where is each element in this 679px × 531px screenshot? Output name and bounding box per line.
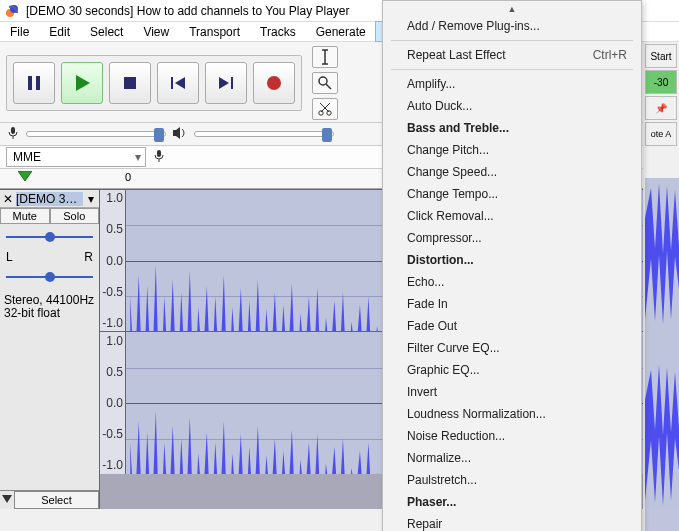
menu-item-repair[interactable]: Repair <box>383 513 641 531</box>
svg-marker-22 <box>18 171 32 181</box>
svg-rect-3 <box>36 76 40 90</box>
menu-item-filter-curve-eq[interactable]: Filter Curve EQ... <box>383 337 641 359</box>
menu-item-repeat-last-effect[interactable]: Repeat Last EffectCtrl+R <box>383 44 641 66</box>
menu-item-change-pitch[interactable]: Change Pitch... <box>383 139 641 161</box>
menu-item-echo[interactable]: Echo... <box>383 271 641 293</box>
menu-item-auto-duck[interactable]: Auto Duck... <box>383 95 641 117</box>
cut-tool-button[interactable] <box>312 98 338 120</box>
vertical-scale-right: 1.0 0.5 0.0 -0.5 -1.0 <box>100 332 126 474</box>
svg-point-11 <box>319 77 327 85</box>
menu-item-noise-reduction[interactable]: Noise Reduction... <box>383 425 641 447</box>
svg-point-10 <box>267 76 281 90</box>
svg-marker-8 <box>219 77 229 89</box>
mute-button[interactable]: Mute <box>0 208 50 224</box>
menu-item-change-speed[interactable]: Change Speed... <box>383 161 641 183</box>
svg-rect-20 <box>157 150 161 157</box>
svg-marker-4 <box>76 75 90 91</box>
menu-scroll-up[interactable]: ▲ <box>383 3 641 15</box>
track-menu-button[interactable]: ▾ <box>85 192 97 206</box>
right-waveform-peek <box>645 178 679 531</box>
menu-separator <box>391 40 633 41</box>
record-button[interactable] <box>253 62 295 104</box>
mic-device-icon <box>152 149 166 166</box>
svg-rect-2 <box>28 76 32 90</box>
svg-marker-7 <box>175 77 185 89</box>
right-start-label: Start <box>645 44 677 68</box>
svg-line-12 <box>326 84 331 89</box>
menu-view[interactable]: View <box>133 22 179 41</box>
svg-marker-23 <box>2 495 12 503</box>
timeline-zero-label: 0 <box>125 171 131 183</box>
stop-button[interactable] <box>109 62 151 104</box>
right-neg30-label: -30 <box>645 70 677 94</box>
recording-volume-slider[interactable] <box>26 131 166 137</box>
selection-tool-button[interactable] <box>312 46 338 68</box>
menu-item-distortion[interactable]: Distortion... <box>383 249 641 271</box>
right-ote-label: ote A <box>645 122 677 146</box>
skip-start-button[interactable] <box>157 62 199 104</box>
gain-slider[interactable] <box>6 228 93 246</box>
speaker-icon <box>172 126 188 143</box>
svg-rect-17 <box>11 127 15 134</box>
menu-item-bass-and-treble[interactable]: Bass and Treble... <box>383 117 641 139</box>
menu-edit[interactable]: Edit <box>39 22 80 41</box>
menu-item-compressor[interactable]: Compressor... <box>383 227 641 249</box>
menu-transport[interactable]: Transport <box>179 22 250 41</box>
mic-icon <box>6 126 20 143</box>
window-title: [DEMO 30 seconds] How to add channels to… <box>26 4 350 18</box>
svg-rect-9 <box>231 77 233 89</box>
svg-rect-6 <box>171 77 173 89</box>
menu-item-add-remove-plugins[interactable]: Add / Remove Plug-ins... <box>383 15 641 37</box>
track-select-button[interactable]: Select <box>14 491 99 509</box>
menu-separator <box>391 69 633 70</box>
menu-item-normalize[interactable]: Normalize... <box>383 447 641 469</box>
svg-rect-5 <box>124 77 136 89</box>
skip-end-button[interactable] <box>205 62 247 104</box>
app-icon <box>4 3 20 19</box>
menu-item-phaser[interactable]: Phaser... <box>383 491 641 513</box>
solo-button[interactable]: Solo <box>50 208 100 224</box>
menu-item-fade-in[interactable]: Fade In <box>383 293 641 315</box>
menu-item-change-tempo[interactable]: Change Tempo... <box>383 183 641 205</box>
pan-right-label: R <box>84 250 93 264</box>
playhead-marker-icon[interactable] <box>18 171 32 186</box>
menu-item-click-removal[interactable]: Click Removal... <box>383 205 641 227</box>
right-pin-icon[interactable]: 📌 <box>645 96 677 120</box>
play-button[interactable] <box>61 62 103 104</box>
track-control-panel: ✕ [DEMO 30 se ▾ Mute Solo LR Stereo, 441… <box>0 190 100 509</box>
svg-marker-19 <box>173 127 180 139</box>
track-format-line2: 32-bit float <box>4 307 95 320</box>
effect-menu-dropdown: ▲ Add / Remove Plug-ins... Repeat Last E… <box>382 0 642 531</box>
track-name-label[interactable]: [DEMO 30 se <box>16 192 83 206</box>
pan-left-label: L <box>6 250 13 264</box>
audio-host-combo[interactable]: MME <box>6 147 146 167</box>
zoom-tool-button[interactable] <box>312 72 338 94</box>
menu-item-graphic-eq[interactable]: Graphic EQ... <box>383 359 641 381</box>
menu-select[interactable]: Select <box>80 22 133 41</box>
vertical-scale-left: 1.0 0.5 0.0 -0.5 -1.0 <box>100 190 126 331</box>
transport-group <box>6 55 302 111</box>
menu-file[interactable]: File <box>0 22 39 41</box>
pan-slider[interactable] <box>6 268 93 286</box>
menu-item-loudness-normalization[interactable]: Loudness Normalization... <box>383 403 641 425</box>
menu-tracks[interactable]: Tracks <box>250 22 306 41</box>
menu-item-paulstretch[interactable]: Paulstretch... <box>383 469 641 491</box>
menu-item-invert[interactable]: Invert <box>383 381 641 403</box>
track-close-button[interactable]: ✕ <box>2 192 14 206</box>
menu-item-amplify[interactable]: Amplify... <box>383 73 641 95</box>
pause-button[interactable] <box>13 62 55 104</box>
collapse-button[interactable] <box>0 491 14 509</box>
menu-generate[interactable]: Generate <box>306 22 376 41</box>
playback-volume-slider[interactable] <box>194 131 334 137</box>
menu-item-fade-out[interactable]: Fade Out <box>383 315 641 337</box>
